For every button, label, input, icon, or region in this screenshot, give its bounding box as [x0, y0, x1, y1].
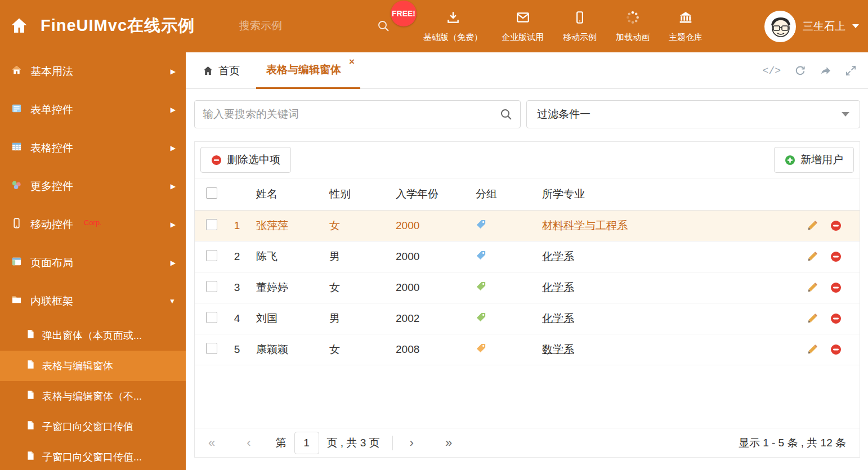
- page-label-suffix: 页 , 共 3 页: [327, 436, 380, 450]
- delete-icon[interactable]: [830, 220, 842, 231]
- edit-icon[interactable]: [807, 220, 818, 231]
- close-icon[interactable]: ×: [349, 56, 355, 68]
- sidebar-item-inline-frame[interactable]: 内联框架 ▶ ▼: [0, 282, 186, 320]
- nav-item-label: 主题仓库: [669, 32, 703, 43]
- sidebar-subitem-label: 表格与编辑窗体（不...: [42, 390, 142, 403]
- major-link[interactable]: 材料科学与工程系: [542, 220, 628, 231]
- tag-icon: [476, 312, 486, 323]
- row-checkbox[interactable]: [206, 250, 217, 261]
- edit-icon[interactable]: [807, 344, 818, 355]
- nav-item-label: 移动示例: [563, 32, 597, 43]
- row-checkbox[interactable]: [206, 219, 217, 230]
- major-link[interactable]: 化学系: [542, 312, 574, 324]
- last-page-icon[interactable]: »: [445, 436, 452, 450]
- nav-item-theme-repo[interactable]: 主题仓库: [659, 10, 712, 43]
- delete-icon[interactable]: [830, 344, 842, 355]
- page-icon: [26, 451, 35, 463]
- delete-icon[interactable]: [830, 251, 842, 262]
- row-checkbox[interactable]: [206, 281, 217, 292]
- sidebar-subitem-label: 子窗口向父窗口传值...: [42, 450, 142, 464]
- share-icon[interactable]: [820, 65, 831, 77]
- student-gender: 女: [320, 211, 386, 241]
- first-page-icon[interactable]: «: [208, 436, 215, 450]
- header-nav: 基础版（免费） 企业版试用 移动示例: [414, 0, 712, 52]
- student-year: 2000: [386, 211, 466, 241]
- chevron-down-icon: [842, 112, 849, 117]
- edit-icon[interactable]: [807, 251, 818, 262]
- sidebar-subitem[interactable]: 子窗口向父窗口传值: [0, 411, 186, 442]
- sidebar-item-more-controls[interactable]: 更多控件 ▶: [0, 167, 186, 205]
- major-link[interactable]: 化学系: [542, 250, 574, 262]
- delete-icon[interactable]: [830, 313, 842, 324]
- student-year: 2000: [386, 272, 466, 303]
- fullscreen-icon[interactable]: [845, 65, 857, 77]
- chevron-right-icon: ▶: [171, 259, 176, 267]
- chevron-right-icon: ▶: [171, 106, 176, 114]
- sidebar-item-label: 页面布局: [30, 256, 73, 270]
- download-icon: [446, 10, 460, 27]
- home-icon: [203, 65, 213, 76]
- student-name: 陈飞: [256, 250, 278, 262]
- refresh-icon[interactable]: [794, 65, 806, 77]
- sidebar-subitem[interactable]: 表格与编辑窗体（不...: [0, 381, 186, 411]
- major-link[interactable]: 数学系: [542, 343, 574, 355]
- nav-item-loading-animations[interactable]: 加载动画: [606, 10, 659, 43]
- filter-dropdown[interactable]: 过滤条件一: [526, 100, 860, 128]
- table-row: 2 陈飞 男 2000 化学系: [195, 241, 860, 272]
- sidebar-subitem[interactable]: 表格与编辑窗体: [0, 351, 186, 381]
- next-page-icon[interactable]: ›: [410, 436, 414, 450]
- tab-home[interactable]: 首页: [203, 52, 240, 89]
- tab-grid-edit-window[interactable]: 表格与编辑窗体 ×: [256, 52, 360, 89]
- student-gender: 男: [320, 241, 386, 272]
- search-icon[interactable]: [500, 108, 512, 120]
- sidebar-subitem[interactable]: 弹出窗体（本页面或...: [0, 320, 186, 351]
- header-search-input[interactable]: [239, 20, 377, 32]
- edit-icon[interactable]: [807, 313, 818, 324]
- page-number-input[interactable]: [294, 432, 319, 454]
- corp-badge: Corp.: [84, 218, 102, 227]
- free-badge: FREE!: [391, 1, 417, 26]
- students-table: 姓名 性别 入学年份 分组 所学专业 1 张萍萍 女 2000: [195, 178, 860, 365]
- column-index: [223, 178, 247, 211]
- theme-repo-icon: [678, 10, 693, 27]
- source-code-icon[interactable]: </>: [763, 65, 781, 77]
- delete-icon[interactable]: [830, 282, 842, 293]
- form-icon: [11, 103, 22, 117]
- delete-selected-button[interactable]: 删除选中项: [200, 147, 291, 173]
- edit-icon[interactable]: [807, 282, 818, 293]
- sidebar-item-label: 内联框架: [30, 294, 73, 308]
- sidebar-item-basic-usage[interactable]: 基本用法 ▶: [0, 52, 186, 91]
- page-icon: [26, 360, 35, 372]
- plus-circle-icon: [785, 155, 795, 165]
- column-major: 所学专业: [533, 178, 798, 211]
- row-index: 3: [223, 272, 247, 303]
- chevron-down-icon: ▼: [169, 297, 176, 305]
- grid-panel: 删除选中项 新增用户 姓名 性别 入学年份 分组 所学专业: [194, 141, 860, 458]
- row-checkbox[interactable]: [206, 343, 217, 354]
- nav-item-enterprise-trial[interactable]: 企业版试用: [492, 10, 553, 43]
- row-index: 4: [223, 303, 247, 334]
- column-year: 入学年份: [386, 178, 466, 211]
- sidebar-item-label: 基本用法: [30, 64, 73, 79]
- sidebar-item-form-controls[interactable]: 表单控件 ▶: [0, 91, 186, 129]
- user-menu[interactable]: 三生石上: [764, 0, 859, 52]
- search-icon[interactable]: [377, 20, 390, 32]
- nav-item-basic-free[interactable]: 基础版（免费）: [414, 10, 492, 43]
- student-year: 2000: [386, 241, 466, 272]
- prev-page-icon[interactable]: ‹: [247, 436, 250, 450]
- add-user-button[interactable]: 新增用户: [774, 147, 854, 173]
- nav-item-label: 加载动画: [616, 32, 650, 43]
- table-search-input[interactable]: [203, 108, 500, 120]
- tab-label: 首页: [218, 64, 240, 78]
- home-icon[interactable]: [9, 16, 29, 36]
- mobile-icon: [11, 218, 22, 231]
- sidebar-subitem[interactable]: 子窗口向父窗口传值...: [0, 442, 186, 470]
- sidebar-item-grid-controls[interactable]: 表格控件 ▶: [0, 129, 186, 167]
- row-checkbox[interactable]: [206, 312, 217, 323]
- nav-item-mobile-demo[interactable]: 移动示例: [553, 10, 606, 43]
- sidebar-item-page-layout[interactable]: 页面布局 ▶: [0, 244, 186, 282]
- row-index: 2: [223, 241, 247, 272]
- select-all-checkbox[interactable]: [206, 187, 217, 199]
- sidebar-item-mobile-controls[interactable]: 移动控件 Corp. ▶: [0, 205, 186, 244]
- major-link[interactable]: 化学系: [542, 281, 574, 293]
